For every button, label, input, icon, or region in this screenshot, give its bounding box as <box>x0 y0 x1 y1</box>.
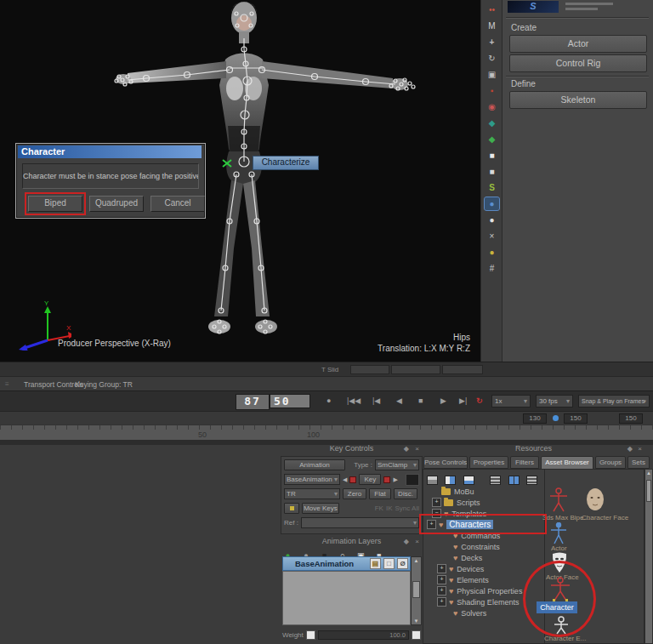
tree-item-decks[interactable]: ♥ Decks <box>425 552 544 563</box>
keyframe-icon[interactable]: ▪ <box>485 84 499 97</box>
tree-item-elements[interactable]: + ♥ Elements <box>425 574 544 585</box>
tab-pose-controls[interactable]: Pose Controls <box>423 456 468 469</box>
skeleton-button[interactable]: Skeleton <box>509 91 647 109</box>
drag-grip-icon[interactable]: ≡ <box>5 380 9 388</box>
key-type-dropdown[interactable]: ▾ SmClamp <box>375 459 419 470</box>
subframe-display[interactable]: 50 <box>270 394 310 408</box>
tab-groups[interactable]: Groups <box>595 456 626 469</box>
range-end-field[interactable]: 150 <box>619 413 643 424</box>
slider-field-1[interactable] <box>350 365 389 374</box>
rotate-icon[interactable]: ↻ <box>485 52 499 65</box>
assets-scrollbar[interactable]: ▲ <box>644 469 653 644</box>
cancel-button[interactable]: Cancel <box>150 196 205 212</box>
selection-modes-icon[interactable]: •• <box>485 3 499 16</box>
scale-icon[interactable]: ▣ <box>485 68 499 81</box>
layer-dropdown[interactable]: ▾ BaseAnimation <box>284 474 340 485</box>
asset-label[interactable]: Character E... <box>544 635 592 642</box>
disc-button[interactable]: Disc. <box>394 488 417 499</box>
sphere-blue-icon[interactable]: ● <box>485 197 499 210</box>
tab-filters[interactable]: Filters <box>510 456 539 469</box>
flat-black-button[interactable] <box>406 474 419 486</box>
tree-item-commands[interactable]: ♥ Commands <box>425 530 544 541</box>
layer-lock-icon[interactable]: ▤ <box>370 558 381 569</box>
weight-handle-left[interactable] <box>306 630 315 640</box>
animation-group-button[interactable]: Animation <box>284 459 345 470</box>
tree-item-characters[interactable]: + ♥ Characters <box>425 519 544 530</box>
scroll-down-icon[interactable]: ▼ <box>412 618 421 624</box>
scroll-up-icon[interactable]: ▲ <box>645 470 652 476</box>
translate-icon[interactable]: + <box>485 36 499 48</box>
weight-slider[interactable]: 100.0 <box>318 630 409 640</box>
camera-switch-icon[interactable]: ◉ <box>485 100 499 113</box>
list-view-icon[interactable] <box>490 476 501 485</box>
sphere-yellow-icon[interactable]: ● <box>485 246 499 259</box>
move-keys-button[interactable]: Move Keys <box>302 503 339 514</box>
actor-button[interactable]: Actor <box>509 35 647 53</box>
detail-view-icon[interactable] <box>526 476 537 485</box>
viewport-3d[interactable]: Y X Producer Perspective (X-Ray) Hips Tr… <box>0 0 480 362</box>
asset-thumb-actor-face[interactable] <box>549 551 570 573</box>
scrollbar-thumb[interactable] <box>412 581 420 598</box>
previous-key-button[interactable]: |◀ <box>372 396 380 406</box>
range-slider-handle[interactable] <box>553 415 559 421</box>
close-icon[interactable]: × <box>415 443 419 454</box>
zero-button[interactable]: Zero <box>343 488 366 499</box>
sort-icon[interactable] <box>427 476 438 485</box>
sphere-white-icon[interactable]: ● <box>485 214 499 226</box>
asset-white2-icon[interactable]: ■ <box>485 165 499 178</box>
expand-icon[interactable]: + <box>427 520 436 529</box>
tree-item-physical-properties[interactable]: + ♥ Physical Properties <box>425 585 544 596</box>
control-rig-button[interactable]: Control Rig <box>509 54 647 72</box>
snap-mode-dropdown[interactable]: ▾ Snap & Play on Frames <box>578 395 650 407</box>
tree-item-mobu[interactable]: MoBu <box>425 486 544 497</box>
expand-icon[interactable]: + <box>437 586 446 596</box>
collapse-icon[interactable]: − <box>432 509 441 518</box>
expand-icon[interactable]: + <box>437 597 446 607</box>
bones-icon[interactable]: × <box>485 230 499 242</box>
thumb-view-icon[interactable] <box>508 476 520 485</box>
record-button[interactable]: ● <box>326 396 331 406</box>
pin-icon[interactable]: ◆ <box>404 443 409 454</box>
view-split-icon[interactable] <box>445 476 456 485</box>
layer-mute-icon[interactable]: □ <box>383 558 395 569</box>
playback-speed-dropdown[interactable]: ▾ 1x <box>491 395 531 407</box>
asset-thumb-3dsmax-biped[interactable] <box>548 487 570 513</box>
go-to-start-button[interactable]: |◀◀ <box>347 396 361 406</box>
pin-icon[interactable]: ◆ <box>627 443 633 454</box>
asset-label[interactable]: Character Face <box>582 514 633 521</box>
tab-asset-browser[interactable]: Asset Browser <box>541 456 593 470</box>
asset-white-icon[interactable]: ■ <box>485 149 499 162</box>
tree-item-solvers[interactable]: ♥ Solvers <box>425 607 544 618</box>
slider-field-2[interactable] <box>391 365 440 374</box>
weight-handle-right[interactable] <box>412 630 421 640</box>
keying-group-label[interactable]: Keying Group: TR <box>75 380 133 389</box>
tree-item-scripts[interactable]: + Scripts <box>425 497 544 508</box>
close-icon[interactable]: × <box>638 443 642 454</box>
tab-properties[interactable]: Properties <box>469 456 508 469</box>
character-teal-icon[interactable]: ◆ <box>485 117 499 129</box>
tree-item-constraints[interactable]: ♥ Constraints <box>425 541 544 552</box>
character-green-icon[interactable]: ◆ <box>485 133 499 145</box>
expand-icon[interactable]: + <box>437 564 446 573</box>
layers-scrollbar[interactable]: ▲ ▼ <box>411 556 422 625</box>
keying-group-dropdown[interactable]: ▾ TR <box>284 488 340 499</box>
key-marker-toggle[interactable] <box>284 503 299 514</box>
next-key-button[interactable]: ▶| <box>459 396 467 406</box>
scrollbar-thumb[interactable] <box>646 480 651 502</box>
quadruped-button[interactable]: Quadruped <box>89 196 144 212</box>
range-start-field[interactable]: 130 <box>523 413 547 424</box>
tree-item-devices[interactable]: + ♥ Devices <box>425 563 544 574</box>
animation-layers-list[interactable] <box>282 571 411 625</box>
asset-label-selected[interactable]: Character <box>537 601 577 613</box>
expand-icon[interactable]: + <box>432 498 441 507</box>
prev-key-arrow-icon[interactable]: ◀ <box>343 476 347 483</box>
grid-icon[interactable]: # <box>485 262 499 275</box>
loop-mode-icon[interactable]: ↻ <box>476 396 483 406</box>
slider-field-3[interactable] <box>442 365 483 374</box>
base-animation-layer-row[interactable]: BaseAnimation ▤ □ Ø <box>282 556 411 571</box>
tree-item-templates[interactable]: − ♥ Templates <box>425 508 544 519</box>
next-key-arrow-icon[interactable]: ▶ <box>393 476 397 483</box>
asset-thumb-actor[interactable] <box>549 522 568 544</box>
key-button[interactable]: Key <box>359 474 381 485</box>
spline-icon[interactable]: S <box>485 181 499 194</box>
